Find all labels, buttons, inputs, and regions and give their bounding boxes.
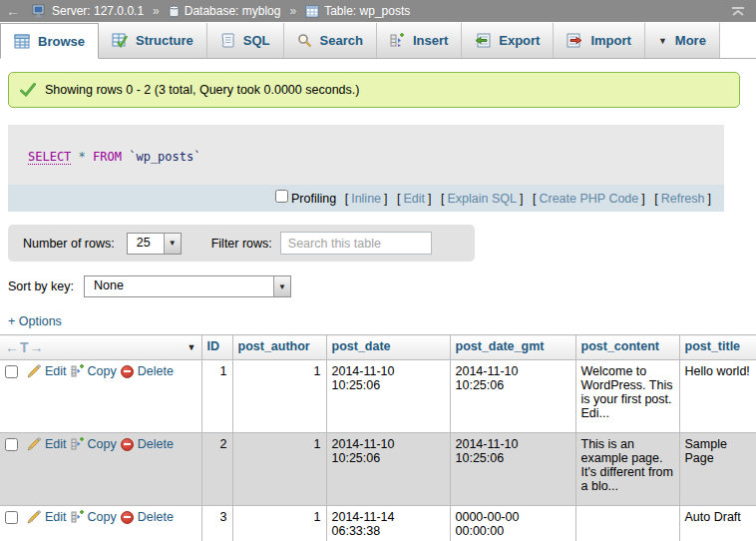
cell-post-date: 2014-11-14 06:33:38 (326, 506, 450, 541)
column-header-id[interactable]: ID (201, 335, 232, 360)
tab-more[interactable]: ▼ More (645, 23, 720, 58)
cell-id: 3 (201, 506, 232, 541)
tab-import[interactable]: Import (554, 23, 644, 58)
delete-row-link[interactable]: Delete (138, 437, 174, 451)
database-icon (169, 5, 180, 18)
cell-post-date-gmt: 2014-11-10 10:25:06 (450, 433, 575, 506)
tab-structure[interactable]: Structure (99, 23, 207, 58)
sql-icon (220, 33, 235, 48)
bracket: ] (520, 192, 523, 206)
import-icon (567, 33, 582, 48)
breadcrumb-separator: » (153, 4, 160, 18)
back-arrow-icon[interactable]: ← (6, 3, 20, 19)
number-of-rows-select[interactable]: 25 ▼ (127, 233, 182, 255)
search-icon (297, 33, 312, 48)
sql-query-text: SELECT * FROM `wp_posts` (8, 125, 724, 185)
success-check-icon (20, 83, 36, 97)
column-header-post-date[interactable]: post_date (326, 335, 450, 360)
edit-row-link[interactable]: Edit (45, 364, 67, 378)
sort-by-key-label: Sort by key: (8, 279, 74, 293)
tab-bar: Browse Structure SQL Search Insert Expor… (0, 22, 756, 59)
edit-pencil-icon (27, 437, 41, 451)
breadcrumb-separator: » (289, 4, 296, 18)
breadcrumb-server-label: Server: 127.0.0.1 (52, 4, 144, 18)
sort-by-key-value: None (85, 276, 133, 296)
sql-keyword-from: FROM (93, 150, 122, 164)
collapse-console-icon[interactable] (730, 6, 746, 17)
column-header-post-title[interactable]: post_title (679, 335, 756, 360)
copy-row-link[interactable]: Copy (88, 364, 117, 378)
number-of-rows-label: Number of rows: (23, 237, 115, 251)
cell-post-date: 2014-11-10 10:25:06 (326, 433, 450, 506)
sort-by-key-select[interactable]: None ▼ (84, 275, 291, 297)
edit-row-link[interactable]: Edit (45, 437, 67, 451)
success-message: Showing rows 0 - 2 (3 total, Query took … (8, 72, 740, 108)
cell-id: 2 (201, 433, 232, 506)
tab-insert[interactable]: Insert (377, 23, 462, 58)
tab-search-label: Search (320, 33, 363, 48)
cell-post-content: This is an example page. It's different … (575, 433, 679, 506)
cell-post-date-gmt: 2014-11-10 10:25:06 (450, 360, 575, 433)
delete-row-link[interactable]: Delete (138, 364, 174, 378)
tab-search[interactable]: Search (284, 23, 377, 58)
breadcrumb-table[interactable]: Table: wp_posts (305, 4, 410, 18)
column-header-post-date-gmt[interactable]: post_date_gmt (450, 335, 575, 360)
header-dropdown-icon[interactable]: ▼ (188, 342, 196, 352)
sql-table-identifier: `wp_posts` (129, 150, 200, 164)
chevron-down-icon: ▼ (658, 36, 667, 46)
sql-keyword-select[interactable]: SELECT (28, 150, 71, 165)
copy-row-link[interactable]: Copy (88, 437, 117, 451)
bracket: [ (441, 192, 444, 206)
cell-post-title: Sample Page (679, 433, 756, 506)
breadcrumb-server[interactable]: Server: 127.0.0.1 (32, 4, 144, 18)
server-icon (32, 4, 47, 18)
column-header-post-content[interactable]: post_content (575, 335, 679, 360)
explain-sql-link[interactable]: Explain SQL (448, 192, 517, 206)
breadcrumb-table-label: Table: wp_posts (324, 4, 410, 18)
options-toggle-link[interactable]: + Options (8, 314, 62, 328)
edit-query-link[interactable]: Edit (404, 192, 426, 206)
results-table: ←T→ ▼ ID post_author post_date post_date… (0, 334, 756, 541)
chevron-down-icon: ▼ (164, 234, 181, 254)
edit-pencil-icon (27, 510, 41, 524)
tab-export[interactable]: Export (462, 23, 554, 58)
delete-minus-icon (121, 511, 134, 524)
export-icon (475, 33, 491, 48)
row-checkbox[interactable] (5, 438, 18, 451)
table-row: Edit Copy Delete 2 1 2014-11-10 10:25:06… (0, 433, 756, 506)
number-of-rows-value: 25 (128, 234, 160, 254)
create-php-code-link[interactable]: Create PHP Code (539, 192, 638, 206)
success-message-text: Showing rows 0 - 2 (3 total, Query took … (45, 83, 359, 97)
breadcrumb-database[interactable]: Database: myblog (169, 4, 281, 18)
delete-row-link[interactable]: Delete (138, 510, 174, 524)
column-layout-toggle-icon[interactable]: ←T→ (5, 339, 45, 355)
cell-post-content (575, 506, 679, 541)
profiling-checkbox[interactable] (275, 190, 288, 203)
cell-post-author: 1 (232, 433, 326, 506)
filter-rows-input[interactable] (280, 232, 432, 255)
edit-pencil-icon (27, 364, 41, 378)
tab-structure-label: Structure (136, 33, 193, 48)
cell-id: 1 (201, 360, 232, 433)
tab-sql[interactable]: SQL (207, 23, 284, 58)
inline-link[interactable]: Inline (351, 192, 381, 206)
copy-row-icon (71, 437, 84, 451)
delete-minus-icon (121, 365, 134, 378)
bracket: ] (384, 192, 387, 206)
insert-icon (390, 33, 405, 48)
row-checkbox[interactable] (5, 365, 18, 378)
delete-minus-icon (121, 438, 134, 451)
copy-row-icon (71, 510, 84, 524)
profiling-label: Profiling (291, 192, 336, 206)
cell-post-date-gmt: 0000-00-00 00:00:00 (450, 506, 575, 541)
column-header-post-author[interactable]: post_author (232, 335, 326, 360)
tab-browse[interactable]: Browse (0, 23, 99, 59)
bracket: ] (708, 192, 711, 206)
row-checkbox[interactable] (5, 511, 18, 524)
tab-import-label: Import (590, 33, 630, 48)
copy-row-link[interactable]: Copy (88, 510, 117, 524)
structure-icon (112, 33, 128, 48)
edit-row-link[interactable]: Edit (45, 510, 67, 524)
refresh-link[interactable]: Refresh (661, 192, 705, 206)
tab-browse-label: Browse (38, 34, 85, 49)
